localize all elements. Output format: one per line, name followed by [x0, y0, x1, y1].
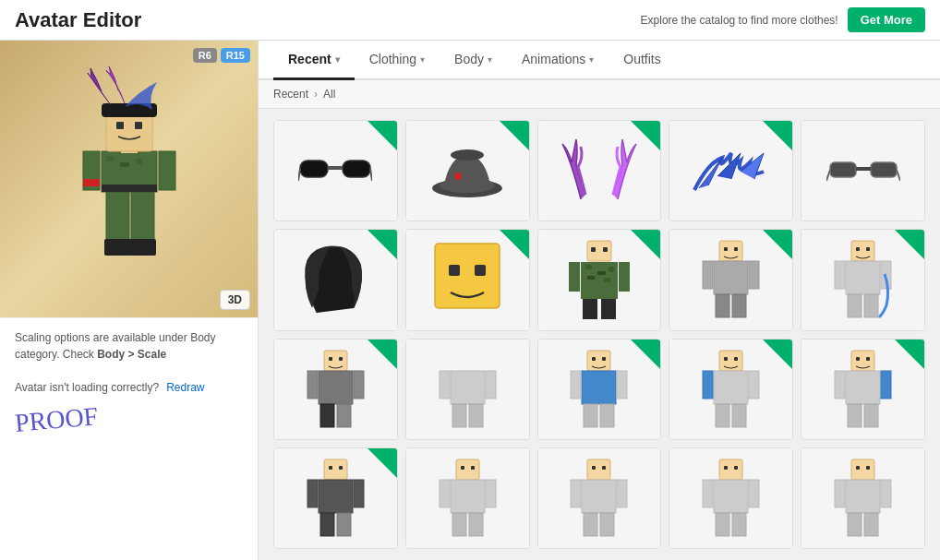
item-card-headless-head[interactable]: Headless Head	[405, 339, 530, 440]
nav-tabs: Recent ▾ Clothing ▾ Body ▾ Animations ▾ …	[259, 41, 940, 80]
svg-rect-15	[102, 185, 157, 192]
item-card-superhero-left[interactable]: Superhero Left ...	[801, 229, 925, 330]
item-card-16[interactable]: ...	[273, 447, 398, 549]
svg-rect-118	[602, 466, 606, 470]
item-card-19[interactable]: ...	[669, 447, 793, 549]
item-green-corner	[368, 121, 397, 150]
watermark-container: PROOF	[0, 401, 258, 442]
item-card-20[interactable]: ...	[801, 447, 925, 549]
item-card-bape-trench[interactable]: Bape Trench Co...	[537, 229, 662, 330]
svg-rect-5	[106, 156, 114, 161]
badge-r15[interactable]: R15	[221, 48, 250, 63]
item-card-amethyst-antlers[interactable]: Amethyst Antlers	[537, 120, 662, 221]
svg-rect-6	[120, 162, 129, 167]
svg-rect-68	[354, 371, 364, 399]
svg-rect-115	[469, 513, 483, 536]
svg-rect-45	[583, 299, 597, 319]
sidebar-info: Scaling options are available under Body…	[0, 317, 258, 374]
item-card-beautiful-hair[interactable]: Beautiful Hair f...	[273, 229, 398, 330]
thug-icon	[701, 239, 761, 322]
tab-recent-chevron: ▾	[335, 54, 340, 65]
item-img-headless-head	[406, 340, 529, 440]
item-card-roblox-right-arm[interactable]: Roblox 2.0 Righ...	[801, 339, 925, 440]
svg-rect-32	[449, 265, 460, 276]
svg-rect-73	[486, 371, 496, 399]
svg-rect-130	[716, 513, 729, 536]
item-17-icon	[438, 458, 498, 541]
avatar-figure	[55, 59, 203, 299]
item-card-blue-spikes[interactable]: Blue Spikes of T...	[669, 120, 793, 221]
svg-rect-1	[131, 188, 154, 244]
svg-rect-51	[703, 261, 713, 289]
svg-rect-67	[307, 371, 318, 399]
scaling-info-link: Body > Scale	[97, 348, 166, 361]
svg-rect-103	[319, 480, 353, 513]
svg-rect-17	[300, 161, 328, 177]
svg-rect-35	[591, 247, 596, 252]
item-green-corner	[368, 230, 397, 259]
svg-rect-128	[703, 480, 713, 507]
svg-rect-124	[719, 459, 742, 480]
item-card-bighead[interactable]: Bighead	[405, 229, 530, 330]
item-card-17[interactable]: ...	[405, 447, 530, 549]
avatar-badges: R6 R15	[193, 48, 250, 63]
tab-outfits-label: Outfits	[623, 52, 660, 66]
svg-rect-59	[835, 261, 845, 289]
svg-rect-126	[734, 466, 738, 470]
svg-rect-93	[856, 357, 860, 361]
svg-rect-48	[724, 247, 728, 251]
svg-rect-131	[732, 513, 746, 536]
item-card-roblox-left-arm[interactable]: Roblox 2.0 Left ...	[669, 339, 793, 440]
badge-r6[interactable]: R6	[193, 48, 217, 63]
svg-rect-88	[703, 371, 713, 399]
tab-outfits[interactable]: Outfits	[609, 41, 675, 80]
item-19-icon	[701, 458, 761, 541]
redraw-link[interactable]: Redraw	[166, 381, 204, 394]
breadcrumb: Recent › All	[259, 80, 940, 109]
item-green-corner	[763, 121, 792, 150]
svg-rect-61	[848, 294, 862, 317]
tab-body[interactable]: Body ▾	[440, 41, 507, 80]
svg-rect-34	[587, 241, 611, 261]
item-green-corner	[368, 448, 397, 478]
svg-rect-109	[461, 466, 464, 470]
svg-rect-110	[471, 466, 475, 470]
breadcrumb-recent[interactable]: Recent	[273, 88, 308, 101]
svg-rect-119	[582, 480, 616, 513]
item-card-korblox[interactable]: Korblox Deaths...	[273, 339, 398, 440]
svg-rect-136	[835, 480, 845, 507]
item-card-jurassic-glasses[interactable]: Jurassic World ...	[801, 120, 925, 221]
item-card-crook-fedora[interactable]: The Crook Fedo...	[405, 120, 530, 221]
svg-point-24	[451, 149, 484, 161]
svg-rect-101	[329, 466, 332, 470]
svg-rect-125	[724, 466, 728, 470]
avatar-preview: R6 R15	[0, 41, 258, 317]
avatar-3d-button[interactable]: 3D	[220, 290, 250, 310]
app-title: Avatar Editor	[15, 8, 141, 32]
tab-recent-label: Recent	[288, 52, 331, 66]
item-img-bape-trench	[538, 230, 661, 330]
roblox-torso-icon	[569, 349, 629, 432]
svg-rect-19	[328, 166, 343, 170]
item-card-thug[interactable]: thug	[669, 229, 793, 330]
explore-text: Explore the catalog to find more clothes…	[641, 14, 838, 27]
tab-animations[interactable]: Animations ▾	[507, 41, 609, 80]
item-img-korblox	[274, 340, 397, 440]
svg-rect-117	[592, 466, 596, 470]
svg-rect-56	[856, 247, 860, 251]
svg-rect-9	[159, 151, 175, 190]
tab-clothing[interactable]: Clothing ▾	[355, 41, 440, 80]
item-card-roblox-torso[interactable]: Roblox 2.0 Torso	[537, 339, 662, 440]
tab-recent[interactable]: Recent ▾	[273, 41, 355, 80]
svg-rect-43	[569, 262, 580, 292]
get-more-button[interactable]: Get More	[848, 7, 925, 32]
item-img-19	[669, 448, 792, 549]
item-card-sleek-sunglasses[interactable]: Sleek Sunglasses	[273, 120, 398, 221]
svg-line-20	[298, 169, 300, 181]
tab-clothing-label: Clothing	[369, 52, 416, 66]
tab-body-chevron: ▾	[488, 54, 492, 65]
item-card-18[interactable]: ...	[537, 447, 662, 549]
svg-rect-75	[469, 404, 483, 427]
item-green-corner	[763, 340, 792, 369]
svg-rect-57	[866, 247, 870, 251]
